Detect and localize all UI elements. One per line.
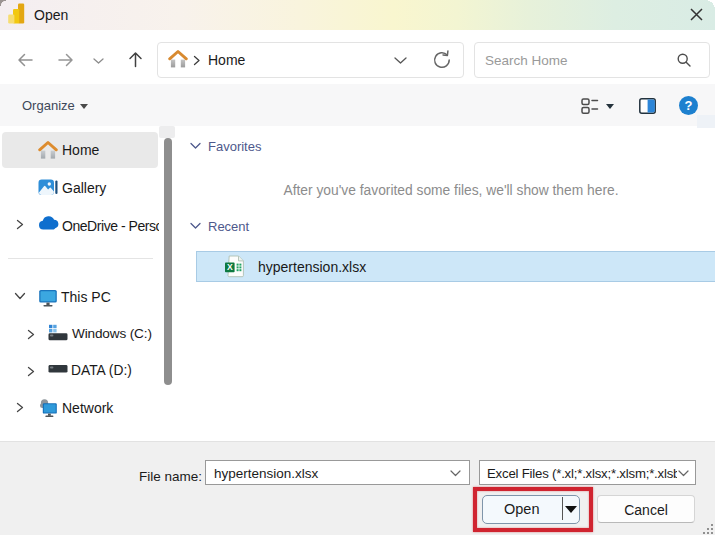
svg-text:X: X xyxy=(227,262,233,272)
